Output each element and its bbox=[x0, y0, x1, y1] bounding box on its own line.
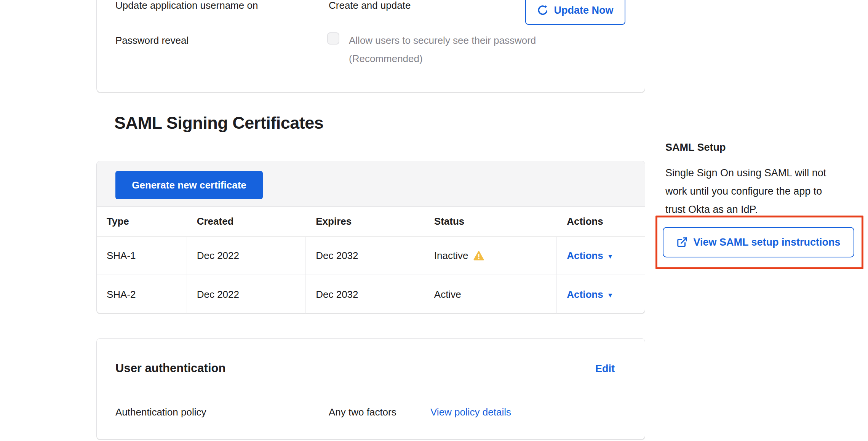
view-saml-label: View SAML setup instructions bbox=[693, 236, 840, 248]
user-authentication-card: User authentication Edit Authentication … bbox=[96, 338, 645, 439]
generate-new-certificate-button[interactable]: Generate new certificate bbox=[115, 171, 263, 199]
actions-label: Actions bbox=[567, 250, 603, 261]
saml-certificates-card: Generate new certificate Type Created Ex… bbox=[96, 161, 645, 313]
cell-status: Inactive bbox=[424, 237, 557, 275]
saml-setup-title: SAML Setup bbox=[665, 142, 726, 153]
chevron-down-icon: ▼ bbox=[607, 292, 614, 299]
edit-link[interactable]: Edit bbox=[595, 363, 615, 375]
description-line: trust Okta as an IdP. bbox=[665, 200, 868, 219]
update-now-button[interactable]: Update Now bbox=[525, 0, 625, 25]
status-text: Inactive bbox=[434, 250, 468, 262]
cell-expires: Dec 2032 bbox=[306, 237, 424, 275]
cell-status: Active bbox=[424, 275, 557, 313]
cell-created: Dec 2022 bbox=[187, 275, 306, 313]
cell-type: SHA-1 bbox=[97, 237, 187, 275]
actions-dropdown[interactable]: Actions▼ bbox=[567, 289, 613, 300]
external-link-icon bbox=[676, 236, 688, 248]
view-saml-setup-instructions-button[interactable]: View SAML setup instructions bbox=[663, 227, 854, 257]
description-line: Single Sign On using SAML will not bbox=[665, 164, 868, 182]
table-row-sha1: SHA-1 Dec 2022 Dec 2032 Inactive Actions… bbox=[97, 237, 645, 275]
warning-icon bbox=[473, 251, 484, 260]
status-text: Active bbox=[434, 289, 461, 300]
password-reveal-option-line1: Allow users to securely see their passwo… bbox=[349, 34, 536, 47]
password-reveal-label: Password reveal bbox=[115, 34, 189, 47]
column-header-expires: Expires bbox=[306, 207, 424, 236]
saml-setup-description: Single Sign On using SAML will not work … bbox=[665, 164, 868, 219]
refresh-icon bbox=[537, 5, 548, 16]
password-reveal-checkbox[interactable] bbox=[327, 32, 339, 45]
column-header-type: Type bbox=[97, 207, 187, 236]
cell-expires: Dec 2032 bbox=[306, 275, 424, 313]
cell-type: SHA-2 bbox=[97, 275, 187, 313]
provisioning-settings-card: Update application username on Create an… bbox=[96, 0, 645, 93]
user-auth-title: User authentication bbox=[115, 361, 225, 375]
username-update-label: Update application username on bbox=[115, 0, 258, 12]
description-line: work until you configure the app to bbox=[665, 182, 868, 200]
column-header-actions: Actions bbox=[557, 207, 645, 236]
column-header-status: Status bbox=[424, 207, 557, 236]
cell-created: Dec 2022 bbox=[187, 237, 306, 275]
column-header-created: Created bbox=[187, 207, 306, 236]
cell-actions: Actions▼ bbox=[557, 275, 645, 313]
chevron-down-icon: ▼ bbox=[607, 253, 614, 260]
table-row-sha2: SHA-2 Dec 2022 Dec 2032 Active Actions▼ bbox=[97, 275, 645, 313]
password-reveal-option-line2: (Recommended) bbox=[349, 52, 423, 65]
page: Update application username on Create an… bbox=[0, 0, 868, 441]
view-policy-details-link[interactable]: View policy details bbox=[430, 406, 511, 419]
certificates-card-header: Generate new certificate bbox=[97, 161, 645, 207]
auth-policy-value: Any two factors bbox=[329, 406, 396, 419]
update-now-label: Update Now bbox=[554, 5, 613, 16]
certificates-table-header: Type Created Expires Status Actions bbox=[97, 207, 645, 236]
username-update-value: Create and update bbox=[329, 0, 411, 12]
section-title: SAML Signing Certificates bbox=[114, 113, 323, 133]
auth-policy-label: Authentication policy bbox=[115, 406, 206, 419]
actions-dropdown[interactable]: Actions▼ bbox=[567, 250, 613, 262]
cell-actions: Actions▼ bbox=[557, 237, 645, 275]
actions-label: Actions bbox=[567, 289, 603, 300]
